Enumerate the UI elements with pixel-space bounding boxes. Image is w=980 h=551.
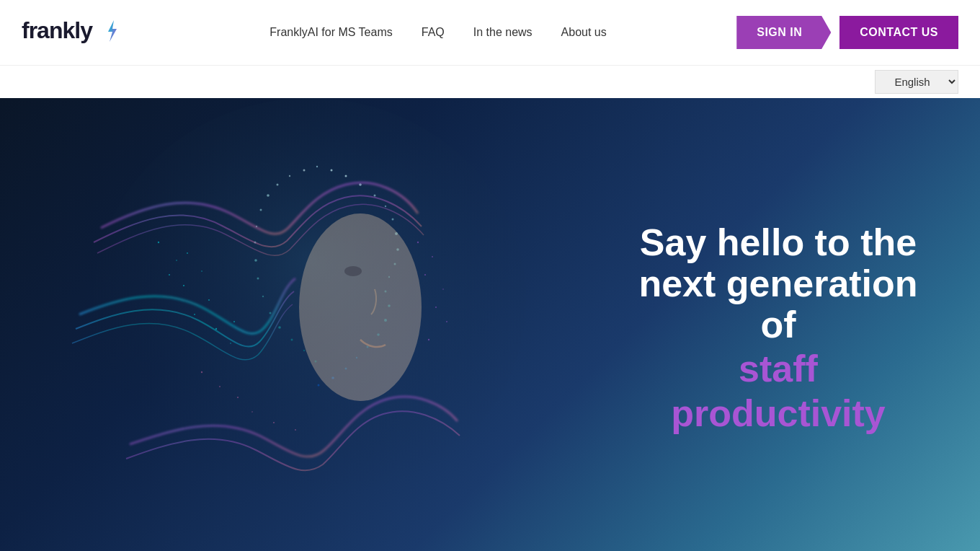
site-header: frankly FranklyAI for MS Teams FAQ In th… [0, 0, 980, 65]
svg-point-79 [169, 274, 170, 276]
sign-in-button[interactable]: SIGN IN [736, 16, 831, 49]
svg-point-63 [289, 175, 290, 177]
svg-point-70 [257, 278, 259, 280]
svg-point-82 [201, 270, 202, 272]
svg-point-95 [201, 371, 202, 373]
contact-us-button[interactable]: CONTACT US [839, 16, 958, 49]
face-svg [58, 98, 562, 551]
logo-frankly: frankly [22, 17, 92, 43]
nav-item-about[interactable]: About us [561, 26, 607, 39]
svg-point-48 [392, 219, 394, 221]
svg-point-73 [278, 326, 281, 329]
nav-item-news[interactable]: In the news [473, 26, 533, 39]
svg-point-46 [374, 195, 376, 197]
svg-point-87 [233, 321, 235, 322]
svg-point-96 [219, 386, 220, 387]
svg-point-85 [215, 328, 217, 330]
svg-point-92 [435, 307, 437, 308]
svg-point-62 [303, 169, 306, 172]
svg-point-83 [208, 299, 210, 301]
logo-ai-icon [98, 17, 125, 45]
svg-point-64 [277, 184, 279, 186]
logo[interactable]: frankly [22, 17, 125, 48]
svg-point-94 [428, 339, 429, 340]
hero-headline-line1: Say hello to the [634, 222, 922, 263]
svg-point-47 [385, 206, 386, 207]
svg-point-84 [194, 314, 195, 315]
svg-point-65 [267, 194, 270, 197]
logo-ai [92, 17, 125, 43]
svg-point-72 [270, 312, 272, 314]
nav-item-ms-teams[interactable]: FranklyAI for MS Teams [270, 26, 392, 39]
svg-point-99 [273, 422, 275, 423]
svg-point-102 [344, 266, 362, 276]
svg-point-101 [299, 213, 422, 401]
svg-point-69 [254, 259, 257, 262]
svg-point-100 [295, 429, 296, 431]
svg-point-98 [251, 411, 253, 413]
header-actions: SIGN IN CONTACT US [736, 16, 958, 49]
svg-point-88 [417, 242, 419, 243]
svg-point-74 [291, 339, 293, 341]
svg-point-78 [176, 260, 177, 261]
svg-point-90 [424, 274, 426, 276]
svg-point-77 [158, 242, 159, 243]
svg-point-42 [331, 169, 333, 172]
svg-point-44 [345, 175, 347, 177]
svg-point-91 [442, 288, 444, 290]
svg-point-81 [183, 285, 184, 286]
svg-point-89 [432, 256, 433, 257]
hero-text: Say hello to the next generation of staf… [634, 222, 922, 436]
svg-point-80 [187, 252, 188, 254]
hero-headline-line3: staff productivity [634, 345, 922, 436]
svg-point-61 [318, 384, 320, 387]
svg-point-75 [303, 350, 305, 351]
svg-point-86 [230, 343, 231, 344]
hero-face-illustration [58, 98, 562, 551]
hero-headline-line2: next generation of [634, 263, 922, 345]
nav-item-faq[interactable]: FAQ [422, 26, 445, 39]
svg-point-97 [237, 397, 239, 398]
language-bar: English Français Deutsch Español [0, 65, 980, 98]
main-nav: FranklyAI for MS Teams FAQ In the news A… [140, 26, 736, 39]
svg-point-43 [316, 166, 318, 167]
hero-section: Say hello to the next generation of staf… [0, 98, 980, 551]
language-selector[interactable]: English Français Deutsch Español [875, 70, 958, 94]
svg-point-66 [260, 209, 262, 211]
svg-point-93 [446, 321, 447, 322]
svg-point-71 [262, 296, 264, 297]
